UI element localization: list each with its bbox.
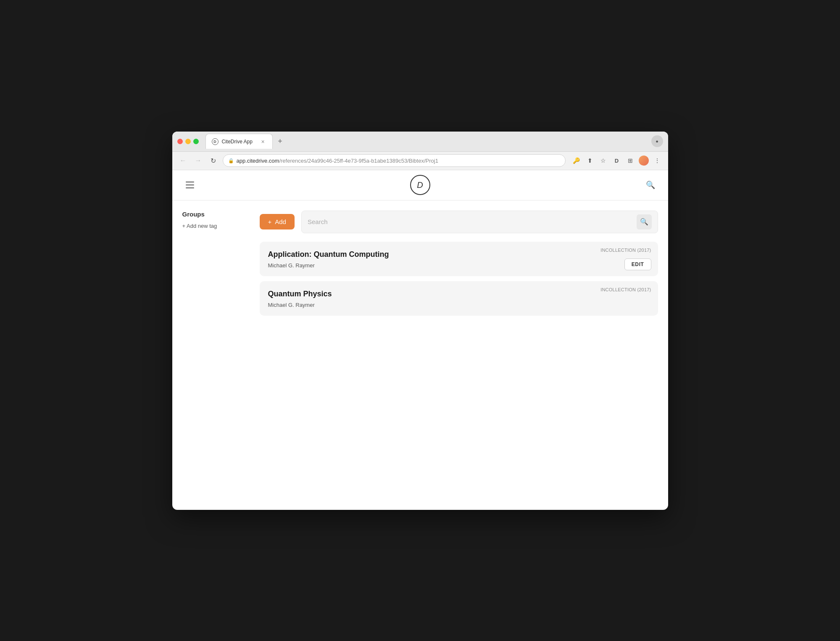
main-layout: Groups + Add new tag + Add 🔍 xyxy=(172,200,668,331)
url-path: /references/24a99c46-25ff-4e73-9f5a-b1ab… xyxy=(279,158,438,164)
tab-close-button[interactable]: × xyxy=(260,138,266,145)
hamburger-line-3 xyxy=(186,187,194,188)
back-button[interactable]: ← xyxy=(177,155,189,166)
url-text: app.citedrive.com/references/24a99c46-25… xyxy=(237,158,438,164)
lock-icon: 🔒 xyxy=(228,158,234,164)
avatar-button[interactable] xyxy=(638,155,650,166)
references-list: INCOLLECTION (2017) Application: Quantum… xyxy=(260,242,658,316)
tab-favicon: D xyxy=(212,138,219,145)
app-logo: D xyxy=(410,175,430,195)
sidebar: Groups + Add new tag xyxy=(182,211,250,321)
main-content: + Add 🔍 INCOLLECTION (2017) Application:… xyxy=(260,211,658,321)
traffic-lights xyxy=(177,139,199,144)
url-bar[interactable]: 🔒 app.citedrive.com/references/24a99c46-… xyxy=(223,154,566,167)
add-label: Add xyxy=(275,218,286,225)
window-controls-right: ● xyxy=(651,135,663,147)
extension2-icon[interactable]: ⊞ xyxy=(624,155,636,166)
hamburger-line-1 xyxy=(186,182,194,182)
add-tag-button[interactable]: + Add new tag xyxy=(182,223,250,229)
share-icon[interactable]: ⬆ xyxy=(584,155,596,166)
browser-toolbar-icons: 🔑 ⬆ ☆ D ⊞ ⋮ xyxy=(571,155,663,166)
reference-card: INCOLLECTION (2017) Application: Quantum… xyxy=(260,242,658,276)
star-icon[interactable]: ☆ xyxy=(598,155,609,166)
app-header: D 🔍 xyxy=(172,170,668,200)
app-content: D 🔍 Groups + Add new tag + Add xyxy=(172,170,668,331)
refresh-button[interactable]: ↻ xyxy=(208,155,219,166)
reference-author: Michael G. Raymer xyxy=(268,262,650,269)
address-bar: ← → ↻ 🔒 app.citedrive.com/references/24a… xyxy=(172,152,668,170)
minimize-window-button[interactable] xyxy=(185,139,191,144)
tab-bar: D CiteDrive App × + xyxy=(205,134,648,149)
user-avatar xyxy=(639,156,649,166)
more-options-button[interactable]: ⋮ xyxy=(651,155,663,166)
hamburger-line-2 xyxy=(186,185,194,185)
reference-author: Michael G. Raymer xyxy=(268,302,650,308)
sidebar-groups-label: Groups xyxy=(182,211,250,218)
logo-letter: D xyxy=(417,180,423,190)
window-settings-button[interactable]: ● xyxy=(651,135,663,147)
reference-title: Application: Quantum Computing xyxy=(268,250,650,259)
new-tab-button[interactable]: + xyxy=(274,135,286,147)
close-window-button[interactable] xyxy=(177,139,183,144)
tab-title: CiteDrive App xyxy=(222,139,256,145)
extension1-icon[interactable]: D xyxy=(611,155,623,166)
hamburger-menu-button[interactable] xyxy=(182,177,197,193)
reference-title: Quantum Physics xyxy=(268,290,650,298)
titlebar: D CiteDrive App × + ● xyxy=(172,132,668,152)
reference-card: INCOLLECTION (2017) Quantum Physics Mich… xyxy=(260,281,658,316)
add-reference-button[interactable]: + Add xyxy=(260,214,295,229)
browser-window: D CiteDrive App × + ● ← → ↻ 🔒 app.citedr… xyxy=(172,132,668,510)
search-button[interactable]: 🔍 xyxy=(637,214,652,229)
header-search-button[interactable]: 🔍 xyxy=(643,177,658,193)
key-icon[interactable]: 🔑 xyxy=(571,155,582,166)
content-toolbar: + Add 🔍 xyxy=(260,211,658,233)
add-icon: + xyxy=(268,218,272,225)
forward-button[interactable]: → xyxy=(192,155,204,166)
maximize-window-button[interactable] xyxy=(193,139,199,144)
edit-reference-button[interactable]: EDIT xyxy=(624,259,651,270)
search-input[interactable] xyxy=(308,218,632,225)
url-base: app.citedrive.com xyxy=(237,158,279,164)
reference-type-badge: INCOLLECTION (2017) xyxy=(600,248,651,253)
search-bar: 🔍 xyxy=(301,211,658,233)
active-tab[interactable]: D CiteDrive App × xyxy=(205,134,273,149)
reference-type-badge: INCOLLECTION (2017) xyxy=(600,287,651,292)
